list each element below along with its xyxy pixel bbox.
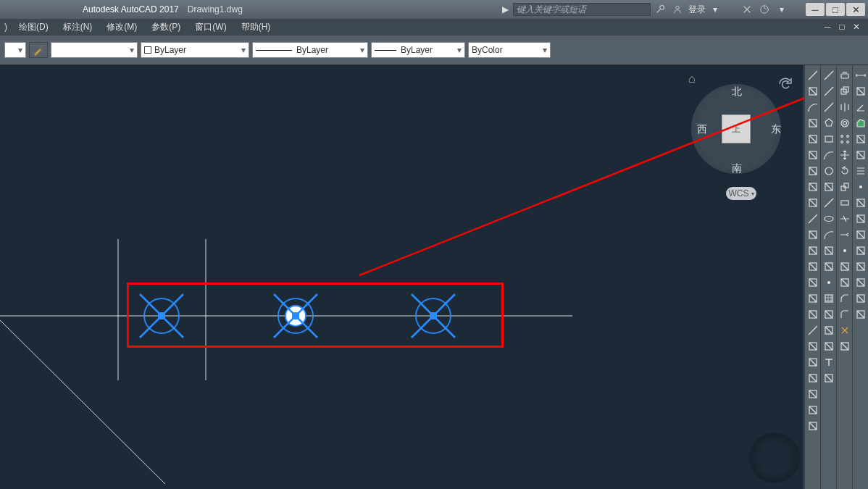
time-button[interactable] (854, 196, 868, 210)
measure-button[interactable] (854, 259, 868, 274)
join-button[interactable] (838, 275, 852, 290)
viewcube-south[interactable]: 南 (732, 162, 742, 175)
viewcube-east[interactable]: 东 (771, 123, 781, 136)
angle-button[interactable] (854, 100, 868, 114)
dim-update-button[interactable] (806, 371, 820, 385)
wcs-badge[interactable]: WCS ▾ (726, 187, 756, 200)
search-input[interactable]: 键入关键字或短语 (513, 3, 651, 16)
dim-jogged-button[interactable] (806, 148, 820, 162)
ellipse-button[interactable] (822, 212, 836, 226)
viewcube-west[interactable]: 西 (697, 123, 707, 136)
dim-radius-button[interactable] (806, 132, 820, 146)
dim-space-button[interactable] (806, 243, 820, 258)
dim-edit-button[interactable] (806, 339, 820, 354)
viewcube-rotate-icon[interactable] (777, 75, 794, 93)
jogged-linear-button[interactable] (806, 323, 820, 338)
viewcube[interactable]: ⌂ 上 北 南 西 东 WCS ▾ (688, 72, 790, 203)
dim-assoc-button[interactable] (806, 403, 820, 417)
chamfer-button[interactable] (838, 291, 852, 306)
quickcalc-button[interactable] (854, 275, 868, 290)
dim-baseline-button[interactable] (806, 212, 820, 226)
polyline-button[interactable] (822, 100, 836, 114)
region-massprop-button[interactable] (854, 148, 868, 162)
layer-translate-button[interactable] (854, 291, 868, 306)
explode-button[interactable] (838, 323, 852, 338)
volume-button[interactable] (854, 132, 868, 146)
dim-style-button[interactable] (806, 387, 820, 401)
dim-angular-button[interactable] (806, 180, 820, 194)
dim-tedit-button[interactable] (806, 355, 820, 369)
search-play-icon[interactable]: ▶ (497, 3, 513, 16)
account-icon[interactable] (669, 3, 685, 16)
color-combo[interactable]: ByLayer ▾ (141, 42, 249, 58)
inspect-button[interactable] (806, 307, 820, 322)
match-prop-button[interactable] (29, 42, 48, 58)
dim-diameter-button[interactable] (806, 164, 820, 178)
window-restore-button[interactable]: □ (826, 3, 845, 16)
array-button[interactable] (838, 132, 852, 146)
window-close-button[interactable]: ✕ (846, 3, 865, 16)
extend-button[interactable] (838, 227, 852, 242)
a360-icon[interactable] (756, 3, 772, 16)
make-block-button[interactable] (822, 259, 836, 274)
tolerance-button[interactable] (806, 275, 820, 290)
doc-restore-button[interactable]: □ (835, 21, 849, 33)
dim-aligned-button[interactable] (806, 84, 820, 99)
dim-override-button[interactable] (806, 419, 820, 433)
window-minimize-button[interactable]: ─ (806, 3, 825, 16)
break-point-button[interactable] (838, 243, 852, 258)
rotate-button[interactable] (838, 164, 852, 178)
hatch-button[interactable] (822, 291, 836, 306)
doc-close-button[interactable]: ✕ (849, 21, 864, 33)
linetype-combo[interactable]: ByLayer ▾ (252, 42, 368, 58)
line-button[interactable] (822, 68, 836, 83)
menu-dimension[interactable]: 标注(N) (56, 21, 100, 33)
search-icon[interactable] (652, 3, 668, 16)
fillet-button[interactable] (838, 307, 852, 322)
region-button[interactable] (822, 323, 836, 338)
help-dropdown-icon[interactable]: ▾ (774, 3, 790, 16)
id-point-button[interactable] (854, 180, 868, 194)
stretch-button[interactable] (838, 196, 852, 210)
drawing-canvas[interactable] (0, 65, 803, 489)
plotstyle-combo[interactable]: ByColor ▾ (468, 42, 551, 58)
radius-button[interactable] (854, 84, 868, 99)
construction-line-button[interactable] (822, 84, 836, 99)
divide-button[interactable] (854, 243, 868, 258)
viewcube-home-icon[interactable]: ⌂ (688, 72, 696, 85)
draw-order-button[interactable] (838, 339, 852, 354)
table-button[interactable] (822, 339, 836, 354)
viewcube-face[interactable]: 上 (722, 114, 751, 143)
ellipse-arc-button[interactable] (822, 227, 836, 242)
insert-block-button[interactable] (822, 243, 836, 258)
rectangle-button[interactable] (822, 132, 836, 146)
offset-button[interactable] (838, 116, 852, 130)
mtext-button[interactable] (822, 355, 836, 369)
add-selected-button[interactable] (822, 371, 836, 385)
menu-window[interactable]: 窗口(W) (188, 21, 233, 33)
arc-button[interactable] (822, 148, 836, 162)
distance-button[interactable] (854, 68, 868, 83)
revision-cloud-button[interactable] (822, 180, 836, 194)
trim-button[interactable] (838, 212, 852, 226)
menu-parametric[interactable]: 参数(P) (144, 21, 188, 33)
doc-minimize-button[interactable]: ─ (820, 21, 835, 33)
login-label[interactable]: 登录 (688, 4, 706, 16)
point-button[interactable] (822, 275, 836, 290)
move-button[interactable] (838, 148, 852, 162)
circle-button[interactable] (822, 164, 836, 178)
check-standards-button[interactable] (854, 307, 868, 322)
exchange-icon[interactable] (739, 3, 755, 16)
unknown-combo-2[interactable]: ▾ (51, 42, 138, 58)
list-button[interactable] (854, 164, 868, 178)
spline-button[interactable] (822, 196, 836, 210)
setvar-button[interactable] (854, 227, 868, 242)
drawing-area[interactable]: ⌂ 上 北 南 西 东 WCS ▾ (0, 65, 803, 489)
gradient-button[interactable] (822, 307, 836, 322)
menu-help[interactable]: 帮助(H) (234, 21, 278, 33)
dim-break-button[interactable] (806, 259, 820, 274)
polygon-button[interactable] (822, 116, 836, 130)
steering-wheel[interactable] (749, 432, 800, 483)
menu-modify[interactable]: 修改(M) (99, 21, 144, 33)
unknown-combo-1[interactable]: ▾ (4, 42, 26, 58)
